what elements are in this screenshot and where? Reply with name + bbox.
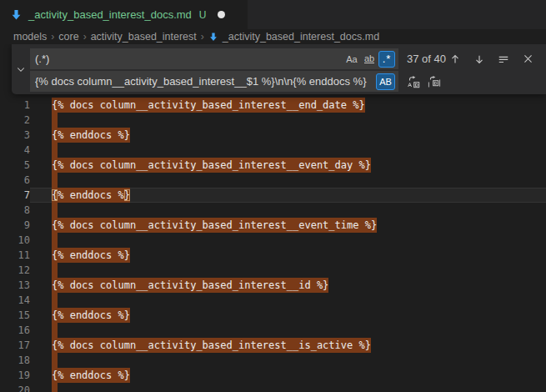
line-number: 20 <box>0 383 30 392</box>
breadcrumb-item-file[interactable]: _activity_based_interest_docs.md <box>208 31 379 43</box>
line-number: 11 <box>0 248 30 263</box>
empty-line-find-match <box>52 353 58 368</box>
tab-title: _activity_based_interest_docs.md <box>28 8 192 21</box>
breadcrumb-item-models[interactable]: models <box>13 31 47 43</box>
previous-match-button[interactable] <box>447 51 463 68</box>
line-number: 8 <box>0 203 30 218</box>
find-match-highlight: {% enddocs %} <box>52 188 130 203</box>
replace-button[interactable] <box>405 73 422 90</box>
line-content: {% docs column__activity_based_interest_… <box>30 98 546 113</box>
line-content <box>30 173 546 188</box>
unsaved-changes-dot[interactable] <box>218 11 225 18</box>
find-match-highlight: {% docs column__activity_based_interest_… <box>52 218 377 233</box>
matching-bracket: } <box>124 189 130 201</box>
editor-line[interactable]: 5{% docs column__activity_based_interest… <box>0 158 546 173</box>
editor-line[interactable]: 7{% enddocs %} <box>0 188 546 203</box>
breadcrumb-item-core[interactable]: core <box>58 31 78 43</box>
markdown-file-icon <box>208 32 218 42</box>
close-find-widget-button[interactable] <box>519 51 536 68</box>
line-content <box>30 263 546 278</box>
match-count: 37 of 40 <box>407 53 446 65</box>
line-number: 10 <box>0 233 30 248</box>
editor-line[interactable]: 18 <box>0 353 546 368</box>
empty-line-find-match <box>52 263 58 278</box>
find-row: Aa ab .* 37 of 40 <box>30 48 538 69</box>
preserve-case-toggle[interactable]: AB <box>376 73 395 90</box>
empty-line-find-match <box>52 383 58 392</box>
line-content: {% enddocs %} <box>30 188 546 203</box>
find-match-highlight: {% enddocs %} <box>52 248 130 263</box>
breadcrumb-file-label: _activity_based_interest_docs.md <box>223 31 379 43</box>
chevron-down-icon <box>16 64 26 74</box>
editor-line[interactable]: 8 <box>0 203 546 218</box>
match-case-toggle[interactable]: Aa <box>343 51 360 68</box>
line-content <box>30 143 546 158</box>
regex-toggle[interactable]: .* <box>378 51 395 68</box>
line-content: {% docs column__activity_based_interest_… <box>30 218 546 233</box>
editor-line[interactable]: 19{% enddocs %} <box>0 368 546 383</box>
find-match-highlight: {% docs column__activity_based_interest_… <box>52 338 371 353</box>
line-number: 5 <box>0 158 30 173</box>
find-replace-widget: Aa ab .* 37 of 40 <box>12 44 546 94</box>
editor-line[interactable]: 9{% docs column__activity_based_interest… <box>0 218 546 233</box>
next-match-button[interactable] <box>471 51 488 68</box>
find-match-highlight: {% docs column__activity_based_interest_… <box>52 98 365 113</box>
replace-input-box: AB <box>30 71 398 92</box>
editor-line[interactable]: 6 <box>0 173 546 188</box>
line-content: {% enddocs %} <box>30 308 546 323</box>
line-content: {% enddocs %} <box>30 128 546 143</box>
line-number: 2 <box>0 113 30 128</box>
replace-all-button[interactable] <box>426 73 443 90</box>
editor[interactable]: Aa ab .* 37 of 40 <box>0 44 546 392</box>
find-match-highlight: {% docs column__activity_based_interest_… <box>52 278 328 293</box>
find-match-highlight: {% enddocs %} <box>52 128 130 143</box>
replace-input[interactable] <box>30 75 375 88</box>
editor-line[interactable]: 10 <box>0 233 546 248</box>
line-content <box>30 233 546 248</box>
editor-line[interactable]: 12 <box>0 263 546 278</box>
line-number: 6 <box>0 173 30 188</box>
whole-word-toggle[interactable]: ab <box>361 51 378 68</box>
editor-line[interactable]: 4 <box>0 143 546 158</box>
line-number: 7 <box>0 188 30 203</box>
editor-line[interactable]: 13{% docs column__activity_based_interes… <box>0 278 546 293</box>
editor-line[interactable]: 2 <box>0 113 546 128</box>
empty-line-find-match <box>52 233 58 248</box>
editor-line[interactable]: 1{% docs column__activity_based_interest… <box>0 98 546 113</box>
editor-line[interactable]: 3{% enddocs %} <box>0 128 546 143</box>
tab-bar: _activity_based_interest_docs.md U <box>0 0 546 29</box>
line-number: 9 <box>0 218 30 233</box>
empty-line-find-match <box>52 293 58 308</box>
line-number: 13 <box>0 278 30 293</box>
breadcrumb-separator: › <box>51 31 54 43</box>
line-content <box>30 353 546 368</box>
line-number: 4 <box>0 143 30 158</box>
editor-line[interactable]: 15{% enddocs %} <box>0 308 546 323</box>
line-content: {% enddocs %} <box>30 248 546 263</box>
editor-line[interactable]: 16 <box>0 323 546 338</box>
markdown-file-icon <box>10 8 23 21</box>
empty-line-find-match <box>52 143 58 158</box>
find-in-selection-button[interactable] <box>495 51 512 68</box>
empty-line-find-match <box>52 323 58 338</box>
breadcrumb-separator: › <box>83 31 87 43</box>
matching-bracket: { <box>52 189 58 201</box>
close-icon <box>523 53 533 64</box>
line-content: {% docs column__activity_based_interest_… <box>30 158 546 173</box>
editor-line[interactable]: 17{% docs column__activity_based_interes… <box>0 338 546 353</box>
breadcrumb-item-activity-based-interest[interactable]: activity_based_interest <box>91 31 197 43</box>
editor-line[interactable]: 11{% enddocs %} <box>0 248 546 263</box>
editor-lines: 1{% docs column__activity_based_interest… <box>0 98 546 392</box>
line-number: 17 <box>0 338 30 353</box>
replace-icon <box>407 75 420 88</box>
find-input[interactable] <box>30 53 343 65</box>
line-number: 12 <box>0 263 30 278</box>
tab-activity-based-interest-docs[interactable]: _activity_based_interest_docs.md U <box>0 0 248 29</box>
editor-line[interactable]: 20 <box>0 383 546 392</box>
editor-line[interactable]: 14 <box>0 293 546 308</box>
toggle-replace-button[interactable] <box>12 44 30 94</box>
find-match-highlight: {% docs column__activity_based_interest_… <box>52 158 371 173</box>
line-number: 1 <box>0 98 30 113</box>
line-content: {% enddocs %} <box>30 368 546 383</box>
line-content: {% docs column__activity_based_interest_… <box>30 338 546 353</box>
